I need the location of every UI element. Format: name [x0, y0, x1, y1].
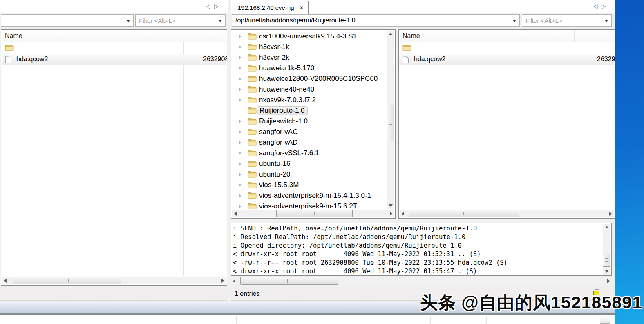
tree-item-label: sangfor-vSSL-7.6.1	[259, 149, 319, 157]
scroll-right-icon[interactable]	[387, 210, 394, 217]
tree-item[interactable]: vios-15.5.3M	[232, 180, 386, 190]
tree-item[interactable]: h3cvsr-1k	[232, 42, 386, 52]
remote-horizontal-scrollbar[interactable]	[400, 210, 614, 217]
desktop-background	[615, 0, 644, 324]
local-filter-combobox[interactable]: Filter <Alt+L>	[135, 14, 226, 27]
tab-back-icon[interactable]: ◁	[593, 3, 602, 9]
tree-horizontal-scrollbar[interactable]	[232, 210, 394, 217]
tree-item-label: huaweice12800-V200R005C10SPC60	[259, 75, 378, 83]
scroll-right-icon[interactable]	[605, 277, 612, 284]
expand-arrow-icon[interactable]	[239, 183, 242, 187]
local-file-panel: Name ..	[1, 29, 227, 286]
file-row[interactable]: hda.qcow2 2632908800	[2, 54, 226, 65]
log-vertical-scrollbar[interactable]	[603, 224, 610, 275]
scroll-left-icon[interactable]	[2, 277, 9, 284]
scrollbar-thumb[interactable]	[603, 254, 610, 267]
expand-arrow-icon[interactable]	[239, 77, 242, 81]
tree-item[interactable]: csr1000v-universalk9.15.4-3.S1	[232, 31, 386, 42]
tree-item[interactable]: sangfor-vSSL-7.6.1	[232, 148, 386, 159]
scroll-left-icon[interactable]	[232, 210, 239, 217]
scroll-left-icon[interactable]	[231, 277, 238, 284]
log-line: i Opened directory: /opt/unetlab/addons/…	[233, 241, 602, 250]
column-separator[interactable]	[184, 30, 184, 42]
tree-item[interactable]: Ruijieswitch-1.0	[232, 116, 386, 127]
tree-item[interactable]: vios-adventerprisek9-m-15.4-1.3.0-1	[232, 190, 386, 201]
scrollbar-thumb[interactable]	[387, 105, 394, 141]
local-path-combobox[interactable]	[1, 14, 134, 27]
panel-splitter[interactable]	[227, 29, 231, 301]
tab-forward-icon[interactable]: ▷	[214, 3, 223, 9]
expand-arrow-icon[interactable]	[239, 130, 242, 134]
expand-arrow-icon[interactable]	[239, 34, 242, 38]
expand-arrow-icon[interactable]	[239, 56, 242, 60]
folder-icon	[248, 107, 257, 115]
remote-path-combobox[interactable]: /opt/unetlab/addons/qemu/Ruijieroute-1.0	[232, 14, 520, 27]
expand-arrow-icon[interactable]	[239, 87, 242, 92]
expand-arrow-icon[interactable]	[239, 98, 242, 102]
remote-filter-combobox[interactable]: Filter <Alt+L>	[522, 14, 612, 27]
scrollbar-thumb[interactable]	[240, 277, 338, 285]
scroll-up-icon[interactable]	[603, 224, 610, 231]
log-horizontal-scrollbar[interactable]	[231, 277, 612, 285]
tree-item[interactable]: nxosv9k-7.0.3.I7.2	[232, 95, 386, 105]
tree-item[interactable]: ubuntu-20	[232, 169, 386, 180]
expand-arrow-icon[interactable]	[239, 45, 242, 49]
scroll-up-icon[interactable]	[387, 31, 394, 38]
tab-session[interactable]: 192.168.2.40 eve-ng ×	[233, 1, 309, 14]
queue-scroll-button[interactable]	[600, 317, 610, 324]
tree-item[interactable]: huaweiar1k-5.170	[232, 63, 386, 74]
tree-item[interactable]: sangfor-vAC	[232, 127, 386, 137]
local-file-list: .. hda.qcow2 2632908800	[2, 42, 226, 65]
remote-panel-header[interactable]: Name	[399, 30, 614, 42]
file-row[interactable]: ..	[2, 42, 226, 54]
name-column-header[interactable]: Name	[402, 32, 420, 40]
expand-arrow-icon[interactable]	[239, 141, 242, 145]
expand-arrow-icon[interactable]	[239, 162, 242, 166]
name-column-header[interactable]: Name	[5, 32, 22, 40]
file-size: 2632908800	[597, 56, 615, 63]
expand-arrow-icon[interactable]	[239, 204, 242, 208]
scroll-down-icon[interactable]	[603, 268, 610, 275]
file-name: ..	[414, 44, 418, 51]
tree-item[interactable]: sangfor-vAD	[232, 137, 386, 148]
chevron-down-icon	[513, 20, 516, 22]
tree-item[interactable]: Ruijieroute-1.0	[232, 105, 386, 116]
local-filter-placeholder: Filter <Alt+L>	[139, 17, 176, 24]
file-icon	[5, 56, 11, 65]
scroll-left-icon[interactable]	[400, 210, 407, 217]
tree-item[interactable]: vios-adventerprisek9-m-15.6.2T	[232, 201, 386, 209]
tree-item-label: ubuntu-16	[259, 160, 291, 168]
scroll-down-icon[interactable]	[387, 202, 394, 209]
column-separator[interactable]	[574, 30, 575, 42]
tab-back-icon[interactable]: ◁	[206, 3, 214, 9]
tree-item[interactable]: h3cvsr-2k	[232, 52, 386, 63]
queue-column-separator	[175, 316, 175, 324]
tree-vertical-scrollbar[interactable]	[387, 31, 394, 209]
local-panel-header[interactable]: Name	[2, 30, 226, 42]
tree-item[interactable]: huaweice12800-V200R005C10SPC60	[232, 74, 386, 84]
chevron-down-icon	[605, 20, 608, 22]
scrollbar-thumb[interactable]	[409, 210, 519, 217]
expand-arrow-icon[interactable]	[239, 151, 242, 155]
tree-item[interactable]: huaweine40-ne40	[232, 84, 386, 95]
local-horizontal-scrollbar[interactable]	[2, 277, 226, 284]
queue-column-separator	[486, 316, 487, 324]
remote-path-value: /opt/unetlab/addons/qemu/Ruijieroute-1.0	[235, 17, 356, 24]
folder-icon	[248, 75, 257, 83]
file-row[interactable]: ..	[399, 42, 614, 54]
log-line: i SEND : RealPath, base=/opt/unetlab/add…	[233, 224, 602, 233]
remote-file-panel: Name ..	[398, 29, 615, 219]
expand-arrow-icon[interactable]	[239, 172, 242, 177]
expand-arrow-icon[interactable]	[239, 66, 242, 70]
file-row[interactable]: hda.qcow2 2632908800	[399, 54, 614, 65]
queue-column-separator	[136, 316, 136, 324]
expand-arrow-icon[interactable]	[239, 119, 242, 123]
tree-item[interactable]: ubuntu-16	[232, 159, 386, 169]
scroll-right-icon[interactable]	[607, 210, 614, 217]
scrollbar-thumb[interactable]	[13, 277, 121, 284]
tab-close-icon[interactable]: ×	[300, 4, 303, 11]
expand-arrow-icon[interactable]	[239, 194, 242, 198]
scrollbar-thumb[interactable]	[276, 210, 353, 217]
scroll-right-icon[interactable]	[219, 277, 226, 284]
tab-forward-icon[interactable]: ▷	[602, 3, 610, 9]
